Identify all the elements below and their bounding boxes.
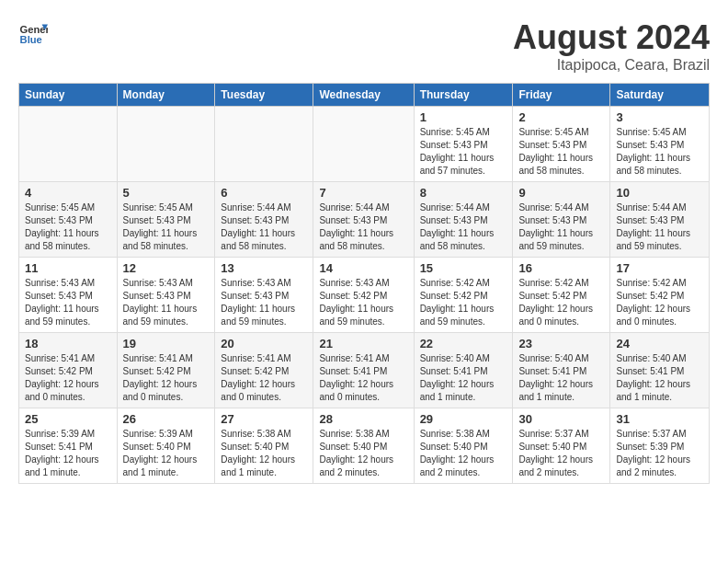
day-cell xyxy=(19,107,118,182)
day-info: Sunrise: 5:43 AM Sunset: 5:43 PM Dayligh… xyxy=(221,277,307,328)
column-header-saturday: Saturday xyxy=(610,84,710,107)
day-cell: 3Sunrise: 5:45 AM Sunset: 5:43 PM Daylig… xyxy=(610,107,710,182)
day-info: Sunrise: 5:41 AM Sunset: 5:42 PM Dayligh… xyxy=(221,352,307,404)
day-number: 27 xyxy=(221,412,307,426)
day-number: 18 xyxy=(25,337,111,350)
logo: General Blue xyxy=(18,18,48,48)
day-number: 14 xyxy=(319,261,407,275)
day-info: Sunrise: 5:37 AM Sunset: 5:40 PM Dayligh… xyxy=(518,428,604,479)
day-cell: 17Sunrise: 5:42 AM Sunset: 5:42 PM Dayli… xyxy=(610,258,710,333)
day-number: 29 xyxy=(420,412,507,426)
day-cell: 28Sunrise: 5:38 AM Sunset: 5:40 PM Dayli… xyxy=(313,408,414,484)
day-cell: 18Sunrise: 5:41 AM Sunset: 5:42 PM Dayli… xyxy=(19,333,118,408)
day-info: Sunrise: 5:40 AM Sunset: 5:41 PM Dayligh… xyxy=(420,352,507,404)
day-number: 6 xyxy=(221,186,307,200)
day-number: 22 xyxy=(420,337,507,350)
week-row-4: 18Sunrise: 5:41 AM Sunset: 5:42 PM Dayli… xyxy=(19,333,710,408)
day-info: Sunrise: 5:45 AM Sunset: 5:43 PM Dayligh… xyxy=(25,201,111,253)
day-number: 26 xyxy=(123,412,210,426)
column-header-sunday: Sunday xyxy=(19,84,118,107)
week-row-3: 11Sunrise: 5:43 AM Sunset: 5:43 PM Dayli… xyxy=(19,258,710,333)
day-number: 23 xyxy=(518,337,604,350)
day-info: Sunrise: 5:41 AM Sunset: 5:42 PM Dayligh… xyxy=(25,352,111,404)
day-info: Sunrise: 5:44 AM Sunset: 5:43 PM Dayligh… xyxy=(221,201,307,253)
day-number: 4 xyxy=(25,186,111,200)
column-header-wednesday: Wednesday xyxy=(313,84,414,107)
day-info: Sunrise: 5:38 AM Sunset: 5:40 PM Dayligh… xyxy=(319,428,407,479)
day-number: 8 xyxy=(420,186,507,200)
day-cell: 1Sunrise: 5:45 AM Sunset: 5:43 PM Daylig… xyxy=(414,107,513,182)
day-cell: 11Sunrise: 5:43 AM Sunset: 5:43 PM Dayli… xyxy=(19,258,118,333)
day-cell: 2Sunrise: 5:45 AM Sunset: 5:43 PM Daylig… xyxy=(513,107,610,182)
day-cell: 7Sunrise: 5:44 AM Sunset: 5:43 PM Daylig… xyxy=(313,182,414,258)
day-info: Sunrise: 5:37 AM Sunset: 5:39 PM Dayligh… xyxy=(616,428,703,479)
day-info: Sunrise: 5:45 AM Sunset: 5:43 PM Dayligh… xyxy=(616,126,703,178)
day-cell: 9Sunrise: 5:44 AM Sunset: 5:43 PM Daylig… xyxy=(513,182,610,258)
column-header-tuesday: Tuesday xyxy=(215,84,313,107)
day-cell: 13Sunrise: 5:43 AM Sunset: 5:43 PM Dayli… xyxy=(215,258,313,333)
day-cell: 23Sunrise: 5:40 AM Sunset: 5:41 PM Dayli… xyxy=(513,333,610,408)
column-header-monday: Monday xyxy=(117,84,215,107)
day-number: 25 xyxy=(25,412,111,426)
day-info: Sunrise: 5:45 AM Sunset: 5:43 PM Dayligh… xyxy=(518,126,604,178)
day-cell: 26Sunrise: 5:39 AM Sunset: 5:40 PM Dayli… xyxy=(117,408,215,484)
day-info: Sunrise: 5:44 AM Sunset: 5:43 PM Dayligh… xyxy=(319,201,407,253)
day-info: Sunrise: 5:38 AM Sunset: 5:40 PM Dayligh… xyxy=(420,428,507,479)
column-header-friday: Friday xyxy=(513,84,610,107)
day-number: 2 xyxy=(518,110,604,124)
svg-text:Blue: Blue xyxy=(20,34,42,45)
day-info: Sunrise: 5:40 AM Sunset: 5:41 PM Dayligh… xyxy=(616,352,703,404)
day-info: Sunrise: 5:41 AM Sunset: 5:42 PM Dayligh… xyxy=(123,352,210,404)
day-cell: 12Sunrise: 5:43 AM Sunset: 5:43 PM Dayli… xyxy=(117,258,215,333)
day-cell: 8Sunrise: 5:44 AM Sunset: 5:43 PM Daylig… xyxy=(414,182,513,258)
main-title: August 2024 xyxy=(513,18,710,57)
day-info: Sunrise: 5:45 AM Sunset: 5:43 PM Dayligh… xyxy=(420,126,507,178)
day-number: 13 xyxy=(221,261,307,275)
day-number: 31 xyxy=(616,412,703,426)
logo-icon: General Blue xyxy=(18,18,48,48)
day-cell: 29Sunrise: 5:38 AM Sunset: 5:40 PM Dayli… xyxy=(414,408,513,484)
day-number: 24 xyxy=(616,337,703,350)
day-cell: 20Sunrise: 5:41 AM Sunset: 5:42 PM Dayli… xyxy=(215,333,313,408)
day-cell: 27Sunrise: 5:38 AM Sunset: 5:40 PM Dayli… xyxy=(215,408,313,484)
day-cell: 31Sunrise: 5:37 AM Sunset: 5:39 PM Dayli… xyxy=(610,408,710,484)
day-cell: 14Sunrise: 5:43 AM Sunset: 5:42 PM Dayli… xyxy=(313,258,414,333)
day-cell: 22Sunrise: 5:40 AM Sunset: 5:41 PM Dayli… xyxy=(414,333,513,408)
day-number: 20 xyxy=(221,337,307,350)
day-cell: 15Sunrise: 5:42 AM Sunset: 5:42 PM Dayli… xyxy=(414,258,513,333)
day-info: Sunrise: 5:42 AM Sunset: 5:42 PM Dayligh… xyxy=(616,277,703,328)
day-info: Sunrise: 5:44 AM Sunset: 5:43 PM Dayligh… xyxy=(518,201,604,253)
day-cell: 5Sunrise: 5:45 AM Sunset: 5:43 PM Daylig… xyxy=(117,182,215,258)
day-number: 3 xyxy=(616,110,703,124)
day-info: Sunrise: 5:40 AM Sunset: 5:41 PM Dayligh… xyxy=(518,352,604,404)
week-row-5: 25Sunrise: 5:39 AM Sunset: 5:41 PM Dayli… xyxy=(19,408,710,484)
day-cell: 10Sunrise: 5:44 AM Sunset: 5:43 PM Dayli… xyxy=(610,182,710,258)
day-number: 15 xyxy=(420,261,507,275)
day-cell: 30Sunrise: 5:37 AM Sunset: 5:40 PM Dayli… xyxy=(513,408,610,484)
day-info: Sunrise: 5:42 AM Sunset: 5:42 PM Dayligh… xyxy=(518,277,604,328)
week-row-1: 1Sunrise: 5:45 AM Sunset: 5:43 PM Daylig… xyxy=(19,107,710,182)
day-info: Sunrise: 5:42 AM Sunset: 5:42 PM Dayligh… xyxy=(420,277,507,328)
day-info: Sunrise: 5:43 AM Sunset: 5:43 PM Dayligh… xyxy=(123,277,210,328)
day-number: 30 xyxy=(518,412,604,426)
day-cell: 16Sunrise: 5:42 AM Sunset: 5:42 PM Dayli… xyxy=(513,258,610,333)
day-cell: 25Sunrise: 5:39 AM Sunset: 5:41 PM Dayli… xyxy=(19,408,118,484)
day-info: Sunrise: 5:38 AM Sunset: 5:40 PM Dayligh… xyxy=(221,428,307,479)
day-number: 21 xyxy=(319,337,407,350)
day-number: 1 xyxy=(420,110,507,124)
day-number: 17 xyxy=(616,261,703,275)
subtitle: Itapipoca, Ceara, Brazil xyxy=(513,57,710,74)
day-number: 7 xyxy=(319,186,407,200)
day-cell: 6Sunrise: 5:44 AM Sunset: 5:43 PM Daylig… xyxy=(215,182,313,258)
day-info: Sunrise: 5:45 AM Sunset: 5:43 PM Dayligh… xyxy=(123,201,210,253)
day-cell: 21Sunrise: 5:41 AM Sunset: 5:41 PM Dayli… xyxy=(313,333,414,408)
day-info: Sunrise: 5:39 AM Sunset: 5:41 PM Dayligh… xyxy=(25,428,111,479)
day-info: Sunrise: 5:44 AM Sunset: 5:43 PM Dayligh… xyxy=(616,201,703,253)
day-info: Sunrise: 5:39 AM Sunset: 5:40 PM Dayligh… xyxy=(123,428,210,479)
page-header: General Blue August 2024 Itapipoca, Cear… xyxy=(18,18,710,74)
calendar-table: SundayMondayTuesdayWednesdayThursdayFrid… xyxy=(18,83,710,484)
day-number: 19 xyxy=(123,337,210,350)
column-header-thursday: Thursday xyxy=(414,84,513,107)
day-info: Sunrise: 5:44 AM Sunset: 5:43 PM Dayligh… xyxy=(420,201,507,253)
day-number: 12 xyxy=(123,261,210,275)
